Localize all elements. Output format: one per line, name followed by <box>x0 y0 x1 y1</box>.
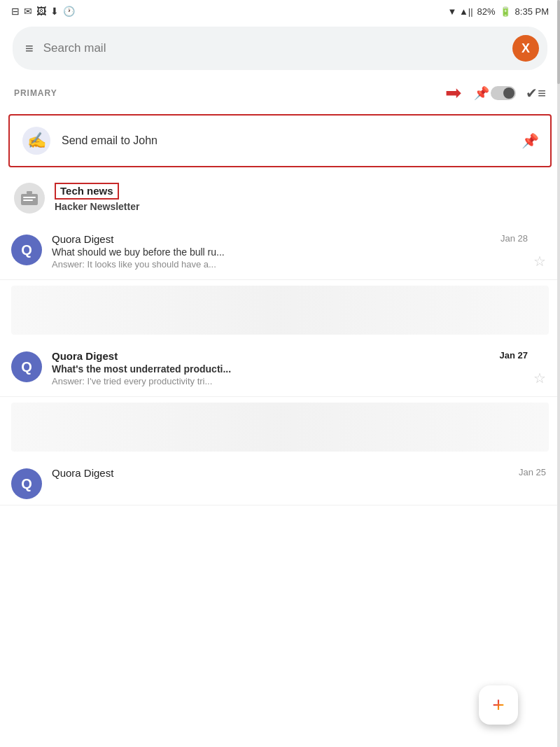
reminder-email-item[interactable]: ✍️ Send email to John 📌 <box>8 114 552 167</box>
email-sender-jan27: Quora Digest <box>52 350 118 362</box>
tech-content: Tech news Hacker Newsletter <box>55 183 546 212</box>
email-date-jan27: Jan 27 <box>500 350 528 361</box>
reminder-emoji-icon: ✍️ <box>21 125 52 156</box>
star-button-jan28[interactable]: ☆ <box>533 253 546 270</box>
email-item-quora-jan28[interactable]: Q Quora Digest Jan 28 What should we buy… <box>0 223 560 280</box>
tech-subtitle: Hacker Newsletter <box>55 201 546 212</box>
email-top-row-jan27: Quora Digest Jan 27 <box>52 350 528 362</box>
email-content-jan25: Quora Digest Jan 25 <box>52 467 546 480</box>
email-top-row: Quora Digest Jan 28 <box>52 233 528 245</box>
email-preview-jan27: Answer: I've tried every productivity tr… <box>52 376 528 386</box>
wifi-icon: ▼ ▲|| <box>447 6 472 17</box>
compose-fab[interactable]: + <box>479 685 518 725</box>
tech-title: Tech news <box>60 185 113 197</box>
search-bar-container: ≡ Search mail X <box>0 20 560 77</box>
avatar-quora-jan27: Q <box>11 351 42 382</box>
avatar-quora-jan28: Q <box>11 235 42 265</box>
email-subject-jan27: What's the most underrated producti... <box>52 363 528 375</box>
toggle-switch[interactable] <box>491 86 516 100</box>
email-top-row-jan25: Quora Digest Jan 25 <box>52 467 546 479</box>
tech-news-item[interactable]: Tech news Hacker Newsletter <box>3 173 557 223</box>
compose-plus-icon: + <box>492 693 505 717</box>
checklist-icon[interactable]: ✔≡ <box>526 85 546 102</box>
status-icons: ⊟ ✉ 🖼 ⬇ 🕐 <box>11 6 75 17</box>
notification-icon-4: ⬇ <box>50 6 59 17</box>
search-bar[interactable]: ≡ Search mail X <box>13 27 547 70</box>
email-content-jan27: Quora Digest Jan 27 What's the most unde… <box>52 350 528 386</box>
toggle-thumb <box>503 88 514 99</box>
primary-row: PRIMARY ➡ 📌 ✔≡ <box>0 77 560 109</box>
email-item-quora-jan27[interactable]: Q Quora Digest Jan 27 What's the most un… <box>0 340 560 397</box>
search-input-placeholder[interactable]: Search mail <box>43 41 503 55</box>
email-subject: What should we buy before the bull ru... <box>52 246 528 258</box>
user-avatar-button[interactable]: X <box>512 35 539 62</box>
scrollbar-thumb[interactable] <box>557 0 560 84</box>
email-sender-jan25: Quora Digest <box>52 467 113 479</box>
email-preview: Answer: It looks like you should have a.… <box>52 259 528 270</box>
reminder-label: Send email to John <box>62 134 516 147</box>
notification-icon-5: 🕐 <box>63 6 75 17</box>
battery-percent: 82% <box>477 6 496 17</box>
svg-rect-3 <box>27 191 32 194</box>
pin-toggle-group[interactable]: 📌 <box>474 85 516 101</box>
avatar-quora-jan25: Q <box>11 468 42 499</box>
email-sender: Quora Digest <box>52 233 113 245</box>
email-content-jan28: Quora Digest Jan 28 What should we buy b… <box>52 233 528 270</box>
svg-text:✍️: ✍️ <box>27 131 47 150</box>
hamburger-menu-icon[interactable]: ≡ <box>25 41 34 55</box>
time-display: 8:35 PM <box>515 6 549 17</box>
svg-rect-5 <box>23 200 33 201</box>
tech-title-box: Tech news <box>55 183 119 200</box>
notification-icon-2: ✉ <box>24 6 32 17</box>
loading-strip-2 <box>11 403 549 452</box>
star-button-jan27[interactable]: ☆ <box>533 370 546 386</box>
status-bar: ⊟ ✉ 🖼 ⬇ 🕐 ▼ ▲|| 82% 🔋 8:35 PM <box>0 0 560 20</box>
notification-icon-3: 🖼 <box>36 6 46 17</box>
email-date-jan25: Jan 25 <box>519 467 546 477</box>
notification-icon-1: ⊟ <box>11 6 20 17</box>
email-item-quora-jan25[interactable]: Q Quora Digest Jan 25 <box>0 457 560 505</box>
pin-button[interactable]: 📌 <box>522 132 539 149</box>
loading-strip-1 <box>11 286 549 335</box>
pin-icon: 📌 <box>474 85 489 101</box>
primary-action-icons: ➡ 📌 ✔≡ <box>445 81 546 104</box>
tech-avatar <box>14 183 45 214</box>
primary-label: PRIMARY <box>14 88 57 98</box>
status-right: ▼ ▲|| 82% 🔋 8:35 PM <box>447 6 549 17</box>
scrollbar[interactable] <box>557 0 560 747</box>
svg-rect-4 <box>23 197 36 198</box>
email-date: Jan 28 <box>500 233 528 244</box>
red-arrow-annotation: ➡ <box>445 81 461 104</box>
battery-icon: 🔋 <box>500 6 511 17</box>
